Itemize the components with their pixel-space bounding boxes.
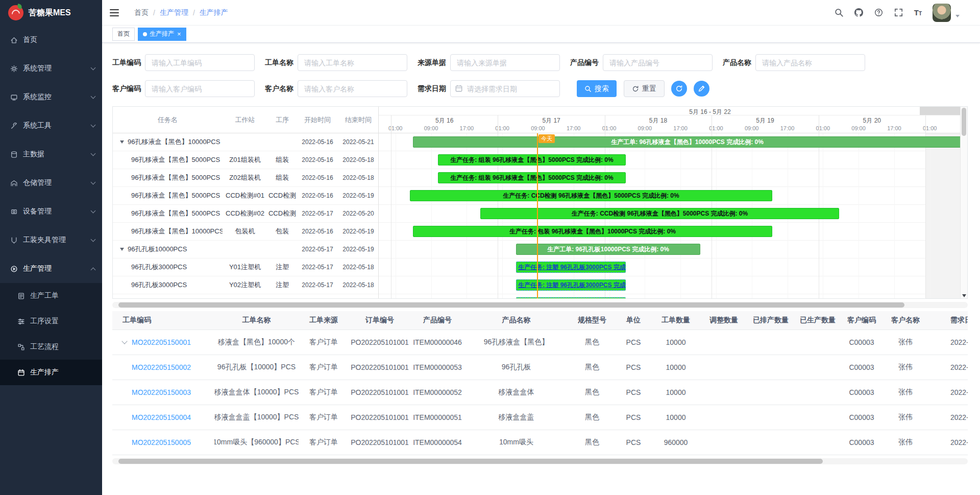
reset-button[interactable]: 重置	[624, 80, 665, 97]
refresh-circle-button[interactable]	[671, 81, 687, 97]
gantt-vertical-scrollbar[interactable]	[960, 107, 967, 298]
gantt-bar-work-order[interactable]: 生产工单: 96孔移液盒【黑色】10000PCS 完成比例: 0%	[413, 136, 960, 148]
tab-production-scheduling[interactable]: 生产排产×	[138, 28, 186, 41]
scrollbar-thumb[interactable]	[118, 459, 823, 464]
gantt-task-row[interactable]: 96孔移液盒【黑色】10000PCS包装机包装2022-05-162022-05…	[113, 223, 378, 241]
breadcrumb-item[interactable]: 生产管理	[160, 8, 188, 17]
breadcrumb: 首页/生产管理/生产排产	[134, 8, 228, 17]
sidebar-item-equipment-management[interactable]: 设备管理	[0, 197, 102, 226]
github-icon[interactable]	[854, 8, 864, 17]
source-document-input[interactable]	[450, 54, 560, 71]
order-code-link[interactable]: MO202205150003	[132, 388, 191, 396]
product-name-input[interactable]	[755, 54, 865, 71]
timeline-day-label: 5月 19	[756, 116, 774, 125]
cell-adjust_qty	[700, 330, 747, 355]
collapse-arrow-icon[interactable]	[120, 248, 124, 251]
filter-label: 来源单据	[418, 58, 446, 67]
order-row[interactable]: MO20220515000510mm吸头【960000】PCS客户订单PO202…	[112, 430, 968, 455]
sidebar-item-home[interactable]: 首页	[0, 26, 102, 54]
sidebar-item-production-management[interactable]: 生产管理	[0, 254, 102, 283]
orders-column-qty: 工单数量	[651, 311, 700, 329]
demand-date-input[interactable]	[450, 80, 560, 97]
gantt-task-row[interactable]: 96孔孔板3000PCSY02注塑机注塑2022-05-172022-05-18	[113, 276, 378, 294]
gantt-bar-task[interactable]: 生产任务: 包装 96孔移液盒【黑色】10000PCS 完成比例: 0%	[413, 226, 772, 237]
product-code-input[interactable]	[603, 54, 713, 71]
order-code-link[interactable]: MO202205150004	[132, 413, 191, 421]
filter-label: 客户名称	[265, 84, 293, 93]
hamburger-menu-icon[interactable]	[110, 9, 119, 16]
order-row[interactable]: MO20220515000296孔孔板【10000】PCS客户订单PO20220…	[112, 355, 968, 380]
fullscreen-icon[interactable]	[894, 8, 903, 17]
search-icon[interactable]	[835, 8, 844, 17]
breadcrumb-item[interactable]: 首页	[134, 8, 149, 17]
gantt-task-row[interactable]: 96孔孔板3000PCSY01注塑机注塑2022-05-172022-05-18	[113, 258, 378, 276]
gantt-task-row[interactable]: 96孔孔板10000PCS2022-05-172022-05-19	[113, 241, 378, 258]
timeline-hour-label: 09:00	[638, 125, 652, 131]
gantt-task-row[interactable]: 96孔孔板3000PCSY03注塑机注塑2022-05-172022-05-18	[113, 294, 378, 298]
orders-column-customer_code: 客户编码	[841, 311, 882, 329]
workstation-cell: Y02注塑机	[223, 280, 267, 290]
scrollbar-thumb[interactable]	[118, 302, 904, 308]
gantt-horizontal-scrollbar[interactable]	[112, 302, 968, 308]
app-logo-icon	[8, 5, 23, 20]
collapse-arrow-icon[interactable]	[120, 140, 124, 144]
start-time-cell: 2022-05-17	[297, 246, 338, 253]
gantt-bar-work-order[interactable]: 生产工单: 96孔孔板10000PCS 完成比例: 0%	[516, 244, 700, 255]
cell-demand_date: 2022-05-	[929, 380, 968, 405]
work-order-code-input[interactable]	[145, 54, 255, 71]
gantt-task-row[interactable]: 96孔移液盒【黑色】5000PCSZ01组装机组装2022-05-162022-…	[113, 151, 378, 169]
workstation-cell: Y01注塑机	[223, 263, 267, 272]
customer-name-input[interactable]	[298, 80, 407, 97]
table-horizontal-scrollbar[interactable]	[112, 458, 968, 464]
search-button[interactable]: 搜索	[577, 80, 617, 97]
cell-customer_name: 张伟	[882, 330, 929, 355]
order-code-link[interactable]: MO202205150001	[132, 338, 191, 346]
gantt-panel: 任务名工作站工序开始时间结束时间 96孔移液盒【黑色】10000PCS2022-…	[112, 106, 968, 299]
order-code-link[interactable]: MO202205150002	[132, 363, 191, 371]
sidebar-item-process-settings[interactable]: 工序设置	[0, 309, 102, 334]
gantt-bar-task[interactable]: 生产任务: 注塑 96孔孔板3000PCS 完成比例: 0%	[516, 279, 626, 291]
scrollbar-down-arrow-icon[interactable]	[962, 294, 966, 297]
gantt-bar-task[interactable]: 生产任务: 注塑 96孔孔板3000PCS 完成比例: 0%	[516, 262, 626, 273]
tab-home[interactable]: 首页	[112, 28, 135, 41]
sidebar-item-fixture-management[interactable]: 工装夹具管理	[0, 226, 102, 254]
gantt-task-row[interactable]: 96孔移液盒【黑色】10000PCS2022-05-162022-05-21	[113, 133, 378, 151]
customer-code-input[interactable]	[145, 80, 255, 97]
sidebar-item-system-management[interactable]: 系统管理	[0, 54, 102, 83]
order-code-link[interactable]: MO202205150005	[132, 438, 191, 446]
sidebar-item-master-data[interactable]: 主数据	[0, 140, 102, 169]
gantt-task-row[interactable]: 96孔移液盒【黑色】5000PCSCCD检测#02CCD检测2022-05-17…	[113, 205, 378, 223]
app-logo[interactable]: 苦糖果MES	[0, 0, 102, 26]
sidebar-item-warehouse-management[interactable]: 仓储管理	[0, 169, 102, 197]
chevron-down-icon	[91, 65, 96, 70]
gantt-bar-task[interactable]: 生产任务: CCD检测 96孔移液盒【黑色】5000PCS 完成比例: 0%	[410, 190, 772, 201]
font-size-icon[interactable]: TT	[914, 9, 922, 16]
order-row[interactable]: MO202205150001移液盒【黑色】10000个客户订单PO2022051…	[112, 330, 968, 355]
task-name: 96孔移液盒【黑色】5000PCS	[131, 209, 220, 218]
gantt-task-row[interactable]: 96孔移液盒【黑色】5000PCSZ02组装机组装2022-05-162022-…	[113, 169, 378, 187]
sidebar-item-system-monitor[interactable]: 系统监控	[0, 83, 102, 111]
work-order-name-input[interactable]	[298, 54, 407, 71]
gantt-bar-label: 生产任务: CCD检测 96孔移液盒【黑色】5000PCS 完成比例: 0%	[503, 192, 679, 200]
gantt-bar-task[interactable]: 生产任务: CCD检测 96孔移液盒【黑色】5000PCS 完成比例: 0%	[480, 208, 839, 219]
order-row[interactable]: MO202205150004移液盒盒盖【10000】PCS客户订单PO20220…	[112, 405, 968, 430]
gantt-bar-task[interactable]: 生产任务: 注塑 96孔孔板3000PCS 完成比例: 0%	[516, 297, 626, 298]
sidebar-item-production-work-order[interactable]: 生产工单	[0, 283, 102, 309]
gantt-bar-task[interactable]: 生产任务: 组装 96孔移液盒【黑色】5000PCS 完成比例: 0%	[438, 154, 626, 166]
cell-demand_date: 2022-05-	[929, 330, 968, 355]
gantt-task-row[interactable]: 96孔移液盒【黑色】5000PCSCCD检测#01CCD检测2022-05-16…	[113, 187, 378, 205]
submenu-production-management: 生产工单工序设置工艺流程生产排产	[0, 283, 102, 385]
edit-circle-button[interactable]	[694, 81, 709, 97]
gantt-bar-task[interactable]: 生产任务: 组装 96孔移液盒【黑色】5000PCS 完成比例: 0%	[438, 172, 626, 183]
tab-close-icon[interactable]: ×	[177, 31, 181, 37]
sidebar-item-production-scheduling[interactable]: 生产排产	[0, 360, 102, 385]
expand-row-icon[interactable]	[121, 338, 127, 344]
order-row[interactable]: MO202205150003移液盒盒体【10000】PCS客户订单PO20220…	[112, 380, 968, 405]
scrollbar-thumb[interactable]	[962, 108, 966, 136]
sidebar-item-process-flow[interactable]: 工艺流程	[0, 334, 102, 360]
help-icon[interactable]	[874, 8, 884, 17]
process-cell: 注塑	[267, 280, 297, 290]
sidebar-item-system-tools[interactable]: 系统工具	[0, 111, 102, 140]
user-avatar[interactable]	[933, 4, 951, 22]
user-dropdown-caret-icon[interactable]	[955, 15, 960, 17]
